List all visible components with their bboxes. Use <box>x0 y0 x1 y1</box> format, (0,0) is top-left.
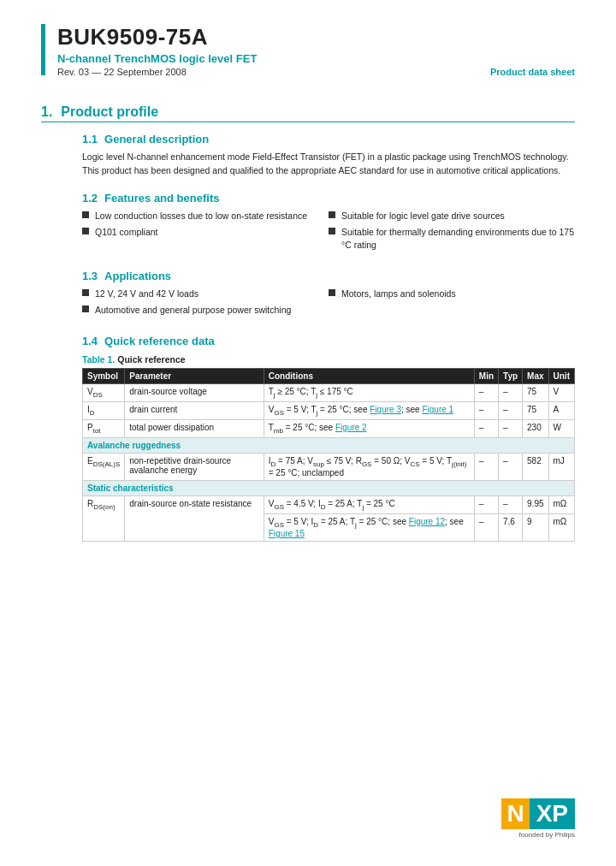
cell-min: – <box>474 419 498 437</box>
cell-symbol: VDS <box>83 383 125 401</box>
applications-col-2: Motors, lamps and solenoids <box>329 288 575 321</box>
table-row: EDS(AL)S non-repetitive drain-source ava… <box>83 453 575 480</box>
col-typ: Typ <box>499 368 523 383</box>
nxp-n-letter: N <box>501 798 529 829</box>
cell-typ: 7.6 <box>499 513 523 541</box>
cell-conditions: VGS = 5 V; Tj = 25 °C; see Figure 3; see… <box>264 401 474 419</box>
cell-min: – <box>474 495 498 513</box>
applications-list: 12 V, 24 V and 42 V loads Automotive and… <box>82 288 575 321</box>
nxp-tagline: founded by Philips <box>519 831 575 839</box>
figure1-link[interactable]: Figure 1 <box>422 405 453 414</box>
revision-label: Rev. 03 — 22 September 2008 <box>57 67 187 77</box>
cell-min: – <box>474 383 498 401</box>
header: BUK9509-75A N-channel TrenchMOS logic le… <box>41 0 575 86</box>
subsection-1-1: 1.1General description Logic level N-cha… <box>82 133 575 178</box>
subsection-1-3: 1.3Applications 12 V, 24 V and 42 V load… <box>82 270 575 321</box>
cell-unit: mΩ <box>548 513 574 541</box>
list-item: Automotive and general purpose power swi… <box>82 304 329 317</box>
subsection-1-1-body: Logic level N-channel enhancement mode F… <box>82 151 575 178</box>
cell-unit: W <box>548 419 574 437</box>
cell-max: 9 <box>523 513 548 541</box>
subsection-1-3-title: 1.3Applications <box>82 270 575 282</box>
nxp-logo: N XP founded by Philips <box>501 798 575 839</box>
quick-reference-table: Symbol Parameter Conditions Min Typ Max … <box>82 368 575 542</box>
list-item: Motors, lamps and solenoids <box>329 288 575 300</box>
cell-min: – <box>474 453 498 480</box>
bullet-icon <box>329 211 335 218</box>
cell-max: 75 <box>523 401 548 419</box>
list-item: 12 V, 24 V and 42 V loads <box>82 288 329 300</box>
cell-symbol: EDS(AL)S <box>83 453 125 480</box>
subsection-1-4: 1.4Quick reference data Table 1. Quick r… <box>82 335 575 542</box>
header-accent-bar <box>41 24 45 75</box>
cell-parameter: total power dissipation <box>125 419 264 437</box>
list-item: Suitable for thermally demanding environ… <box>329 226 575 251</box>
cell-symbol: RDS(on) <box>83 495 125 541</box>
section-1-num: 1. <box>41 104 52 119</box>
cell-unit: V <box>548 383 574 401</box>
table-header-row: Symbol Parameter Conditions Min Typ Max … <box>83 368 575 383</box>
cell-min: – <box>474 401 498 419</box>
table-section-row: Avalanche ruggedness <box>83 437 575 453</box>
figure15-link[interactable]: Figure 15 <box>269 529 305 538</box>
cell-conditions: ID = 75 A; Vsup ≤ 75 V; RGS = 50 Ω; VCS … <box>264 453 474 480</box>
table-row: ID drain current VGS = 5 V; Tj = 25 °C; … <box>83 401 575 419</box>
cell-typ: – <box>499 495 523 513</box>
cell-min: – <box>474 513 498 541</box>
cell-symbol: Ptot <box>83 419 125 437</box>
bullet-icon <box>82 305 89 312</box>
col-max: Max <box>523 368 548 383</box>
document-type-label: Product data sheet <box>490 67 575 77</box>
table-row: Ptot total power dissipation Tmb = 25 °C… <box>83 419 575 437</box>
section-1: 1.Product profile 1.1General description… <box>41 104 575 542</box>
col-conditions: Conditions <box>264 368 474 383</box>
cell-parameter: drain-source voltage <box>125 383 264 401</box>
list-item: Suitable for logic level gate drive sour… <box>329 210 575 222</box>
list-item: Q101 compliant <box>82 226 329 239</box>
bullet-icon <box>329 228 335 234</box>
cell-typ: – <box>499 401 523 419</box>
applications-col-1: 12 V, 24 V and 42 V loads Automotive and… <box>82 288 329 321</box>
cell-parameter: drain-source on-state resistance <box>125 495 264 541</box>
table-section-row: Static characteristics <box>83 480 575 495</box>
features-col-1: Low conduction losses due to low on-stat… <box>82 210 329 256</box>
col-parameter: Parameter <box>125 368 264 383</box>
bullet-icon <box>82 289 89 296</box>
table-caption: Table 1. Quick reference <box>82 354 575 365</box>
cell-parameter: drain current <box>125 401 264 419</box>
cell-unit: mΩ <box>548 495 574 513</box>
bullet-icon <box>82 228 89 234</box>
list-item: Low conduction losses due to low on-stat… <box>82 210 329 222</box>
subsection-1-4-title: 1.4Quick reference data <box>82 335 575 347</box>
subsection-1-1-title: 1.1General description <box>82 133 575 145</box>
page: BUK9509-75A N-channel TrenchMOS logic le… <box>0 0 616 866</box>
cell-symbol: ID <box>83 401 125 419</box>
bullet-icon <box>329 289 335 296</box>
col-symbol: Symbol <box>83 368 125 383</box>
header-content: BUK9509-75A N-channel TrenchMOS logic le… <box>57 24 575 77</box>
cell-conditions: VGS = 5 V; ID = 25 A; Tj = 25 °C; see Fi… <box>264 513 474 541</box>
cell-conditions: VGS = 4.5 V; ID = 25 A; Tj = 25 °C <box>264 495 474 513</box>
header-meta: Rev. 03 — 22 September 2008 Product data… <box>57 67 575 77</box>
nxp-xp-letters: XP <box>530 798 575 829</box>
features-list: Low conduction losses due to low on-stat… <box>82 210 575 256</box>
table-row: RDS(on) drain-source on-state resistance… <box>83 495 575 513</box>
figure3-link[interactable]: Figure 3 <box>370 405 401 414</box>
cell-conditions: Tmb = 25 °C; see Figure 2 <box>264 419 474 437</box>
cell-max: 75 <box>523 383 548 401</box>
product-subtitle: N-channel TrenchMOS logic level FET <box>57 52 575 65</box>
figure12-link[interactable]: Figure 12 <box>409 517 445 526</box>
figure2-link[interactable]: Figure 2 <box>335 423 367 432</box>
features-col-2: Suitable for logic level gate drive sour… <box>329 210 575 256</box>
nxp-logo-icon: N XP <box>501 798 575 829</box>
cell-typ: – <box>499 453 523 480</box>
section-label: Avalanche ruggedness <box>83 437 575 453</box>
table-row: VDS drain-source voltage Tj ≥ 25 °C; Tj … <box>83 383 575 401</box>
cell-max: 230 <box>523 419 548 437</box>
section-1-title: 1.Product profile <box>41 104 575 122</box>
col-min: Min <box>474 368 498 383</box>
product-title: BUK9509-75A <box>57 24 575 50</box>
cell-typ: – <box>499 383 523 401</box>
col-unit: Unit <box>548 368 574 383</box>
bullet-icon <box>82 211 89 218</box>
